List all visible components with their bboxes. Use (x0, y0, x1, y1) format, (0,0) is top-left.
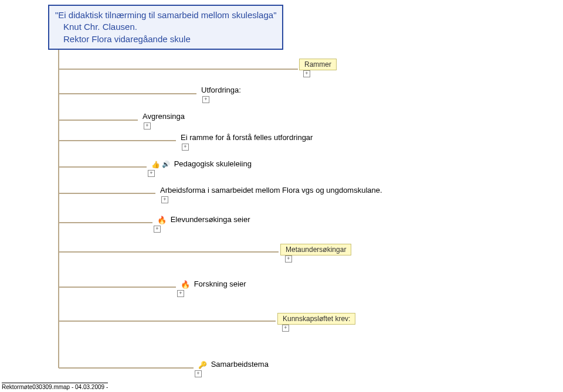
node-rammer[interactable]: Rammer (299, 59, 337, 70)
speaker-icon: 🔊 (162, 161, 170, 168)
expander-samarbeid[interactable]: + (195, 370, 202, 377)
node-forskning[interactable]: 🔥 Forskning seier (177, 278, 250, 290)
fire-icon-2: 🔥 (181, 280, 190, 289)
node-avgrensinga-label: Avgrensinga (143, 112, 185, 121)
expander-rammer[interactable]: + (303, 70, 310, 77)
thumb-icon: 👍 (151, 161, 160, 169)
node-pedagogisk[interactable]: 👍🔊 Pedagogisk skuleleiing (148, 158, 255, 170)
node-elevund[interactable]: 🔥 Elevundersøkinga seier (154, 214, 253, 226)
node-metaund-label: Metaundersøkingar (286, 246, 346, 254)
expander-utfordringa[interactable]: + (202, 96, 209, 103)
node-metaund[interactable]: Metaundersøkingar (280, 244, 351, 255)
footer-text: Rektormøte030309.mmap - 04.03.2009 - (2, 383, 108, 390)
node-arbeidsforma-label: Arbeidsforma i samarbeidet mellom Flora … (160, 186, 382, 195)
node-utfordringa[interactable]: Utfordringa: (198, 84, 245, 96)
title-line2: Knut Chr. Clausen. (55, 21, 276, 33)
expander-elevund[interactable]: + (154, 226, 161, 233)
fire-icon: 🔥 (157, 216, 167, 224)
title-box: "Ei didaktisk tilnærming til samarbeid m… (48, 5, 283, 50)
expander-eiramme[interactable]: + (182, 144, 189, 151)
node-rammer-label: Rammer (304, 60, 331, 69)
expander-metaund[interactable]: + (285, 255, 292, 263)
node-pedagogisk-label: Pedagogisk skuleleiing (174, 159, 252, 168)
key-icon: 🔑 (198, 361, 207, 369)
mindmap-connectors (0, 0, 563, 392)
node-kunnskap[interactable]: Kunnskapsløftet krev: (277, 313, 355, 325)
expander-kunnskap[interactable]: + (282, 325, 289, 332)
node-elevund-label: Elevundersøkinga seier (171, 215, 250, 224)
node-eiramme[interactable]: Ei ramme for å forstå felles utfordringa… (177, 132, 316, 143)
expander-forskning[interactable]: + (177, 290, 184, 297)
expander-arbeidsforma[interactable]: + (161, 196, 168, 203)
node-forskning-label: Forskning seier (194, 279, 246, 288)
node-kunnskap-label: Kunnskapsløftet krev: (283, 315, 350, 323)
expander-avgrensinga[interactable]: + (144, 122, 151, 129)
node-arbeidsforma[interactable]: Arbeidsforma i samarbeidet mellom Flora … (157, 185, 386, 196)
node-avgrensinga[interactable]: Avgrensinga (139, 111, 188, 122)
title-line1: "Ei didaktisk tilnærming til samarbeid m… (55, 9, 276, 21)
title-line3: Rektor Flora vidaregåande skule (55, 33, 276, 45)
node-utfordringa-label: Utfordringa: (201, 86, 241, 94)
expander-pedagogisk[interactable]: + (148, 170, 155, 177)
node-samarbeid-label: Samarbeidstema (211, 360, 269, 369)
node-eiramme-label: Ei ramme for å forstå felles utfordringa… (181, 133, 313, 142)
node-samarbeid[interactable]: 🔑 Samarbeidstema (195, 359, 272, 370)
